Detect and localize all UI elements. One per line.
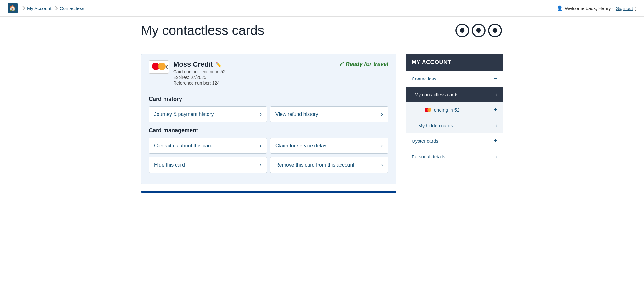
card-reference: Reference number: 124 (173, 80, 225, 85)
sidebar-heading: MY ACCOUNT (406, 54, 503, 71)
chevron-right-icon: › (381, 142, 383, 149)
page-header: My contactless cards ⦿⦿⦿ (141, 23, 503, 39)
sidebar-item-hidden-cards[interactable]: - My hidden cards › (406, 118, 503, 133)
card-info-left: )) Moss Credit ✏️ Card number: ending in… (149, 60, 225, 85)
card-status: ✓ Ready for travel (338, 60, 388, 68)
chevron-right-icon: › (260, 162, 262, 168)
hide-card-button[interactable]: Hide this card › (149, 157, 267, 173)
check-icon: ✓ (338, 60, 344, 68)
sidebar-plus-icon: + (493, 106, 497, 113)
section-divider-history (149, 91, 388, 91)
card-logo: )) (149, 60, 169, 74)
chevron-right-icon: › (381, 111, 383, 118)
content-area: )) Moss Credit ✏️ Card number: ending in… (141, 54, 396, 193)
mastercard-logo: )) (152, 63, 166, 71)
card-header: )) Moss Credit ✏️ Card number: ending in… (149, 60, 388, 85)
page-container: My contactless cards ⦿⦿⦿ )) (133, 17, 511, 199)
sidebar-minus-small: − (419, 107, 422, 113)
user-info: 👤 Welcome back, Henry (Sign out) (557, 5, 636, 11)
breadcrumb-my-account[interactable]: My Account (27, 6, 52, 11)
contactless-wave-icon: ⦿⦿⦿ (454, 23, 503, 39)
remove-card-button[interactable]: Remove this card from this account › (270, 157, 388, 173)
welcome-text: Welcome back, Henry ( (565, 6, 614, 11)
contact-us-button[interactable]: Contact us about this card › (149, 138, 267, 154)
chevron-right-icon: › (260, 111, 262, 118)
sidebar-item-contactless[interactable]: Contactless − (406, 71, 503, 87)
sidebar-item-ending-52-label: ending in 52 (434, 107, 460, 113)
journey-payment-history-button[interactable]: Journey & payment history › (149, 106, 267, 122)
sidebar-item-oyster-cards[interactable]: Oyster cards + (406, 133, 503, 149)
chevron-right-icon: › (260, 142, 262, 149)
chevron-right-icon: › (381, 162, 383, 168)
close-paren: ) (635, 6, 636, 11)
sidebar-item-contactless-label: Contactless (412, 76, 436, 81)
sidebar-item-my-contactless-cards-label: - My contactless cards (412, 92, 458, 97)
sidebar-item-personal-details-label: Personal details (412, 154, 445, 159)
breadcrumb-contactless[interactable]: Contactless (60, 6, 84, 11)
mc-waves: )) (166, 64, 168, 69)
card-text-info: Moss Credit ✏️ Card number: ending in 52… (173, 60, 225, 85)
sidebar-item-oyster-cards-label: Oyster cards (412, 138, 438, 144)
sidebar-item-hidden-cards-label: - My hidden cards (415, 123, 453, 128)
card-management-title: Card management (149, 127, 388, 134)
management-buttons-grid: Contact us about this card › Claim for s… (149, 138, 388, 173)
card-expires: Expires: 07/2025 (173, 75, 225, 80)
view-refund-history-button[interactable]: View refund history › (270, 106, 388, 122)
sidebar: MY ACCOUNT Contactless − - My contactles… (406, 54, 503, 164)
sidebar-item-ending-52[interactable]: − ending in 52 + (406, 102, 503, 118)
card-name: Moss Credit ✏️ (173, 60, 225, 69)
history-buttons-grid: Journey & payment history › View refund … (149, 106, 388, 122)
sign-out-link[interactable]: Sign out (616, 6, 633, 11)
edit-icon[interactable]: ✏️ (215, 62, 222, 68)
breadcrumb: 🏠 My Account Contactless (8, 3, 84, 13)
home-icon[interactable]: 🏠 (8, 3, 18, 13)
mc-right-circle (158, 63, 166, 70)
breadcrumb-bar: 🏠 My Account Contactless 👤 Welcome back,… (0, 0, 644, 17)
sidebar-minus-icon: − (493, 75, 497, 82)
page-title: My contactless cards (141, 23, 264, 38)
status-text: Ready for travel (346, 61, 388, 68)
main-layout: )) Moss Credit ✏️ Card number: ending in… (141, 54, 503, 193)
sidebar-plus-icon: + (493, 137, 497, 145)
card-history-title: Card history (149, 96, 388, 102)
card-number: Card number: ending in 52 (173, 69, 225, 74)
sidebar-item-personal-details[interactable]: Personal details › (406, 149, 503, 164)
sidebar-item-my-contactless-cards[interactable]: - My contactless cards › (406, 87, 503, 102)
bottom-bar (141, 191, 396, 193)
card-panel: )) Moss Credit ✏️ Card number: ending in… (141, 54, 396, 184)
sidebar-chevron-icon: › (496, 91, 497, 97)
page-divider (141, 46, 503, 46)
sidebar-mastercard-icon (425, 108, 431, 112)
sidebar-chevron-icon: › (496, 123, 497, 128)
sidebar-chevron-icon: › (496, 154, 497, 159)
claim-service-delay-button[interactable]: Claim for service delay › (270, 138, 388, 154)
user-icon: 👤 (557, 5, 563, 11)
